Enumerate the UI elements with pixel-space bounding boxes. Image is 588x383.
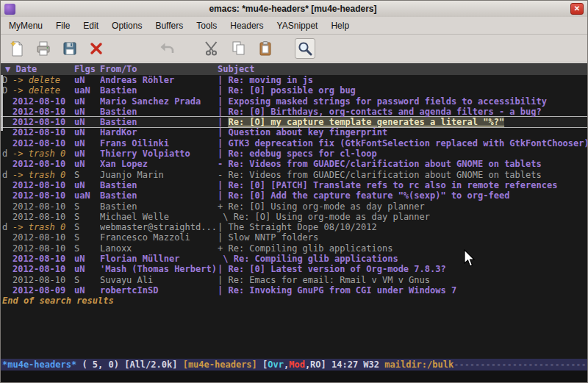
email-subject-cell: | Re: [0] Add the capture feature "%(sex… — [218, 190, 587, 201]
email-mark — [2, 96, 12, 107]
email-from: Andreas Röhler — [100, 75, 218, 85]
email-mark: d — [2, 222, 12, 232]
email-from: Florian Müllner — [100, 254, 218, 264]
email-subject-cell: | Re: [0] [PATCH] Translate refs to rc a… — [218, 180, 587, 190]
mode-line[interactable]: *mu4e-headers* ( 5, 0) [All/2.0k] [mu4e-… — [1, 359, 587, 371]
column-from[interactable]: From/To — [100, 63, 218, 75]
email-date: 2012-08-10 — [12, 190, 74, 201]
email-row[interactable]: d-> trash 0uNThierry Volpiatto| Re: edeb… — [1, 148, 587, 159]
menu-headers[interactable]: Headers — [223, 18, 270, 34]
email-date: 2012-08-10 — [12, 117, 74, 127]
thread-prefix: | — [218, 275, 228, 285]
email-row[interactable]: 2012-08-10uNFrans Oilinki| GTK3 deprecat… — [1, 138, 587, 148]
menu-buffers[interactable]: Buffers — [148, 18, 190, 34]
thread-prefix: | — [218, 96, 228, 107]
email-from: Juanjo Marin — [100, 170, 218, 180]
thread-prefix: | — [218, 264, 228, 274]
thread-prefix: | — [218, 117, 228, 127]
email-subject: Re: Invoking GnuPG from CGI under Window… — [228, 285, 456, 296]
copy-button[interactable] — [229, 38, 249, 59]
email-subject-cell: | Slow NNTP folders — [218, 232, 587, 243]
email-subject-cell: \ Re: Compiling glib applications — [218, 254, 587, 264]
menu-help[interactable]: Help — [324, 18, 356, 34]
column-flags[interactable]: Flgs — [74, 63, 100, 75]
copy-icon — [230, 40, 248, 57]
email-from: Suvayu Ali — [100, 275, 218, 285]
email-date: 2012-08-10 — [12, 254, 74, 264]
email-row[interactable]: 2012-08-10uNBastien| Re: [0] [PATCH] Tra… — [1, 180, 587, 190]
email-subject-cell: | The Straight Dope 08/10/2012 — [218, 222, 587, 232]
email-row[interactable]: 2012-08-10SBastien+ Re: [O] Using org-mo… — [1, 201, 587, 212]
email-row-current[interactable]: 2012-08-10uNBastien| Re: [O] my capture … — [1, 117, 587, 127]
email-row[interactable]: D-> deleteuaNBastien| Re: [0] possible o… — [1, 85, 587, 96]
paste-icon — [257, 40, 274, 57]
email-row[interactable]: 2012-08-10uN'Mash (Thomas Herbert)| Re: … — [1, 264, 587, 274]
email-row[interactable]: 2012-08-10uNHardKor| Question about key … — [1, 127, 587, 137]
cut-button[interactable] — [202, 38, 223, 59]
email-row[interactable]: 2012-08-10uNXan Lopez- Re: Videos from G… — [1, 159, 587, 169]
email-flags: S — [74, 275, 100, 285]
email-row[interactable]: 2012-08-10SSuvayu Ali| Re: Emacs for ema… — [1, 275, 587, 285]
menu-edit[interactable]: Edit — [76, 18, 105, 34]
email-row[interactable]: 2012-08-10uNMario Sanchez Prada| Exposin… — [1, 96, 587, 107]
email-subject-cell: | Re: [0] Latest version of Org-mode 7.8… — [218, 264, 587, 274]
email-flags: uN — [74, 180, 100, 190]
headers-header-line[interactable]: ▼ Date Flgs From/To Subject — [1, 63, 587, 75]
menu-options[interactable]: Options — [105, 18, 148, 34]
close-window-button[interactable]: ✕ — [570, 3, 584, 15]
email-flags: uaN — [74, 85, 100, 96]
email-subject: Exposing masked strings for password fie… — [228, 96, 546, 107]
paste-button[interactable] — [255, 38, 276, 59]
email-row[interactable]: 2012-08-10uNFlorian Müllner \ Re: Compil… — [1, 254, 587, 264]
email-subject-cell: - Re: Videos from GUADEC/clarification a… — [218, 159, 587, 169]
email-mark — [2, 190, 12, 201]
email-row[interactable]: D-> deleteuNAndreas Röhler| Re: moving i… — [1, 75, 587, 85]
email-from: Michael Welle — [100, 212, 218, 222]
email-mark — [2, 159, 12, 169]
menu-yasnippet[interactable]: YASnippet — [270, 18, 325, 34]
end-of-results-label: End of search results — [1, 296, 587, 306]
email-date: 2012-08-10 — [12, 232, 74, 243]
email-date: 2012-08-10 — [12, 180, 74, 190]
email-row[interactable]: 2012-08-10SLanoxx+ Re: Compiling glib ap… — [1, 243, 587, 254]
tool-bar — [1, 35, 587, 62]
column-date[interactable]: ▼ Date — [5, 63, 74, 75]
email-from: Bastien — [100, 107, 218, 117]
email-date: 2012-08-10 — [12, 201, 74, 212]
menu-tools[interactable]: Tools — [190, 18, 223, 34]
print-button[interactable] — [33, 38, 54, 59]
new-file-icon — [8, 40, 26, 57]
column-subject[interactable]: Subject — [218, 63, 587, 75]
email-subject-cell: | GTK3 deprecation fix (GtkFontSelection… — [218, 138, 587, 148]
email-subject: Re: [0] Add the capture feature "%(sexp)… — [228, 190, 509, 201]
thread-prefix: | — [218, 75, 228, 85]
email-subject-cell: | Exposing masked strings for password f… — [218, 96, 587, 107]
email-mark — [2, 243, 12, 254]
thread-prefix: - — [218, 170, 228, 180]
email-row[interactable]: 2012-08-10uaNBastien| Re: [0] Add the ca… — [1, 190, 587, 201]
save-button[interactable] — [60, 38, 80, 59]
email-row[interactable]: 2012-08-10SFrancesco Mazzoli| Slow NNTP … — [1, 232, 587, 243]
email-row[interactable]: d-> trash 0SJuanjo Marin- Re: Videos fro… — [1, 170, 587, 180]
search-button[interactable] — [295, 38, 315, 59]
thread-prefix: \ — [218, 254, 234, 264]
thread-prefix: + — [218, 243, 228, 254]
email-date: -> delete — [12, 85, 74, 96]
title-bar[interactable]: emacs: *mu4e-headers* [mu4e-headers] ✕ — [1, 1, 587, 17]
scrollbar-thumb[interactable] — [1, 75, 3, 131]
email-from: Xan Lopez — [100, 159, 218, 169]
close-buffer-button[interactable] — [86, 38, 107, 59]
email-subject: GTK3 deprecation fix (GtkFontSelection r… — [228, 138, 587, 148]
email-row[interactable]: d-> trash 0Swebmaster@straightd...| The … — [1, 222, 587, 232]
menu-file[interactable]: File — [49, 18, 76, 34]
email-date: 2012-08-10 — [12, 159, 74, 169]
minibuffer[interactable] — [1, 371, 587, 382]
email-row[interactable]: 2012-08-10uNBastien| Re: [0] Birthdays, … — [1, 107, 587, 117]
emacs-app-icon — [4, 4, 15, 15]
undo-button[interactable] — [157, 38, 177, 59]
email-row[interactable]: 2012-08-10SMichael Welle \ Re: [O] Using… — [1, 212, 587, 222]
new-file-button[interactable] — [7, 38, 27, 59]
modeline-segment-plain: [ — [257, 359, 268, 370]
menu-mymenu[interactable]: MyMenu — [2, 18, 49, 34]
email-row[interactable]: 2012-08-09uNrobertcInSD| Re: Invoking Gn… — [1, 285, 587, 296]
